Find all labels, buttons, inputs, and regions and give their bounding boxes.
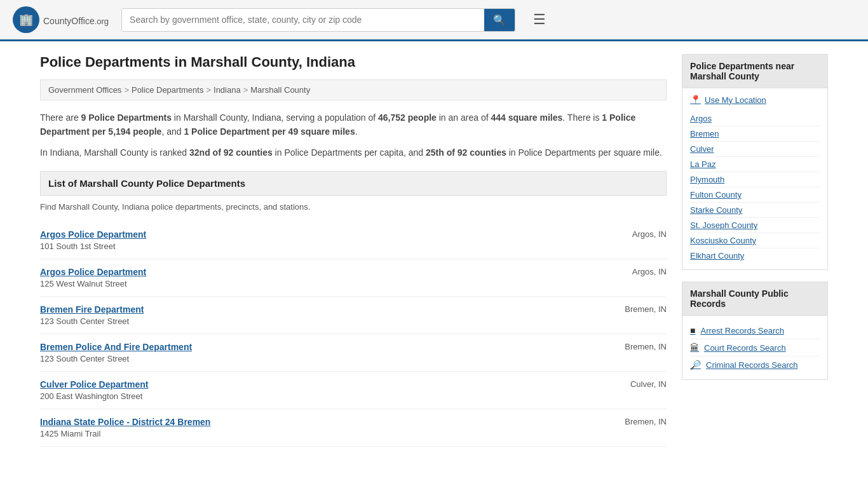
nearby-section: Police Departments near Marshall County …: [682, 54, 828, 270]
search-bar: 🔍: [121, 8, 515, 32]
main-content: Police Departments in Marshall County, I…: [40, 54, 667, 447]
list-section-header: List of Marshall County Police Departmen…: [40, 171, 667, 196]
search-input[interactable]: [122, 9, 484, 31]
nearby-link[interactable]: Plymouth: [690, 172, 820, 187]
public-records-link[interactable]: ■ Arrest Records Search: [690, 322, 820, 339]
main-container: Police Departments in Marshall County, I…: [27, 41, 841, 459]
site-header: 🏢 CountyOffice.org 🔍 ☰: [0, 0, 868, 41]
dept-location: Bremen, IN: [625, 342, 667, 351]
page-title: Police Departments in Marshall County, I…: [40, 54, 667, 71]
sidebar: Police Departments near Marshall County …: [682, 54, 828, 447]
public-records-link[interactable]: 🏛 Court Records Search: [690, 339, 820, 356]
nearby-link[interactable]: Starke County: [690, 203, 820, 218]
nearby-section-body: 📍 Use My Location ArgosBremenCulverLa Pa…: [682, 88, 827, 269]
dept-name[interactable]: Argos Police Department: [40, 267, 146, 277]
logo-icon: 🏢: [13, 6, 39, 33]
dept-name[interactable]: Argos Police Department: [40, 229, 146, 240]
dept-name[interactable]: Indiana State Police - District 24 Breme…: [40, 417, 210, 427]
dept-left: Argos Police Department 125 West Walnut …: [40, 267, 146, 288]
public-records-link[interactable]: 🔎 Criminal Records Search: [690, 356, 820, 373]
dept-left: Bremen Fire Department 123 South Center …: [40, 304, 144, 326]
dept-location: Argos, IN: [632, 267, 667, 276]
nearby-links: ArgosBremenCulverLa PazPlymouthFulton Co…: [690, 111, 820, 263]
use-location-link[interactable]: 📍 Use My Location: [690, 95, 820, 105]
department-list: Argos Police Department 101 South 1st St…: [40, 222, 667, 447]
nearby-link[interactable]: Kosciusko County: [690, 233, 820, 248]
dept-location: Bremen, IN: [625, 304, 667, 314]
pr-icon: ■: [690, 325, 695, 336]
pr-label: Court Records Search: [704, 343, 786, 353]
breadcrumb: Government Offices > Police Departments …: [40, 79, 667, 100]
pr-label: Criminal Records Search: [706, 360, 798, 370]
public-records-section: Marshall County Public Records ■ Arrest …: [682, 281, 828, 380]
nearby-section-header: Police Departments near Marshall County: [682, 55, 827, 88]
dept-location: Argos, IN: [632, 229, 667, 239]
dept-left: Argos Police Department 101 South 1st St…: [40, 229, 146, 251]
dept-address: 123 South Center Street: [40, 354, 192, 363]
dept-address: 1425 Miami Trail: [40, 429, 210, 438]
dept-location: Bremen, IN: [625, 417, 667, 426]
table-row: Bremen Police And Fire Department 123 So…: [40, 334, 667, 372]
dept-address: 101 South 1st Street: [40, 241, 146, 251]
dept-left: Indiana State Police - District 24 Breme…: [40, 417, 210, 438]
intro-paragraph-1: There are 9 Police Departments in Marsha…: [40, 111, 667, 139]
nearby-link[interactable]: Bremen: [690, 126, 820, 142]
site-logo[interactable]: 🏢 CountyOffice.org: [13, 6, 109, 33]
dept-left: Culver Police Department 200 East Washin…: [40, 379, 148, 401]
dept-left: Bremen Police And Fire Department 123 So…: [40, 342, 192, 363]
dept-name[interactable]: Culver Police Department: [40, 379, 148, 390]
pr-icon: 🔎: [690, 360, 701, 370]
dept-address: 200 East Washington Street: [40, 391, 148, 401]
table-row: Indiana State Police - District 24 Breme…: [40, 409, 667, 447]
pr-icon: 🏛: [690, 342, 699, 353]
nearby-link[interactable]: La Paz: [690, 157, 820, 172]
pr-label: Arrest Records Search: [700, 326, 784, 336]
nearby-link[interactable]: St. Joseph County: [690, 218, 820, 233]
breadcrumb-indiana[interactable]: Indiana: [214, 85, 241, 95]
public-records-header: Marshall County Public Records: [682, 282, 827, 316]
nearby-link[interactable]: Argos: [690, 111, 820, 126]
dept-address: 123 South Center Street: [40, 316, 144, 326]
table-row: Culver Police Department 200 East Washin…: [40, 372, 667, 409]
list-description: Find Marshall County, Indiana police dep…: [40, 202, 667, 212]
breadcrumb-police-depts[interactable]: Police Departments: [132, 85, 203, 95]
breadcrumb-gov-offices[interactable]: Government Offices: [48, 85, 121, 95]
intro-paragraph-2: In Indiana, Marshall County is ranked 32…: [40, 146, 667, 159]
breadcrumb-marshall-county[interactable]: Marshall County: [250, 85, 310, 95]
location-icon: 📍: [690, 95, 701, 105]
table-row: Argos Police Department 101 South 1st St…: [40, 222, 667, 259]
public-records-body: ■ Arrest Records Search 🏛 Court Records …: [682, 316, 827, 379]
nearby-link[interactable]: Fulton County: [690, 187, 820, 203]
table-row: Bremen Fire Department 123 South Center …: [40, 297, 667, 334]
logo-wordmark: CountyOffice.org: [43, 13, 109, 27]
menu-icon[interactable]: ☰: [533, 11, 546, 28]
table-row: Argos Police Department 125 West Walnut …: [40, 259, 667, 297]
dept-address: 125 West Walnut Street: [40, 279, 146, 288]
nearby-link[interactable]: Culver: [690, 142, 820, 157]
search-button[interactable]: 🔍: [484, 9, 515, 31]
dept-name[interactable]: Bremen Fire Department: [40, 304, 144, 315]
dept-location: Culver, IN: [630, 379, 667, 389]
nearby-link[interactable]: Elkhart County: [690, 248, 820, 263]
dept-name[interactable]: Bremen Police And Fire Department: [40, 342, 192, 352]
